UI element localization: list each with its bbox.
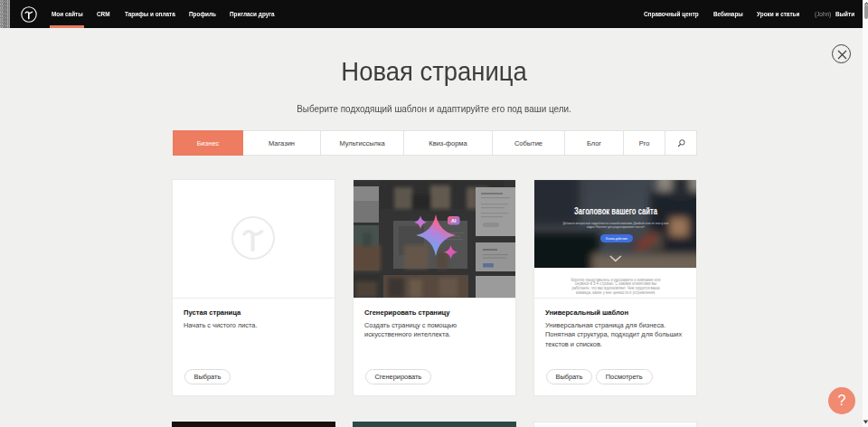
- svg-text:Кнопка действия: Кнопка действия: [606, 237, 627, 241]
- svg-text:видео «Контент для редактирова: видео «Контент для редактирования текста…: [587, 224, 645, 229]
- svg-text:команда, какие у нее ценности: команда, какие у нее ценности и устремле…: [576, 289, 656, 295]
- svg-text:AI: AI: [451, 218, 457, 223]
- svg-text:Заголовок вашего сайта: Заголовок вашего сайта: [574, 206, 657, 216]
